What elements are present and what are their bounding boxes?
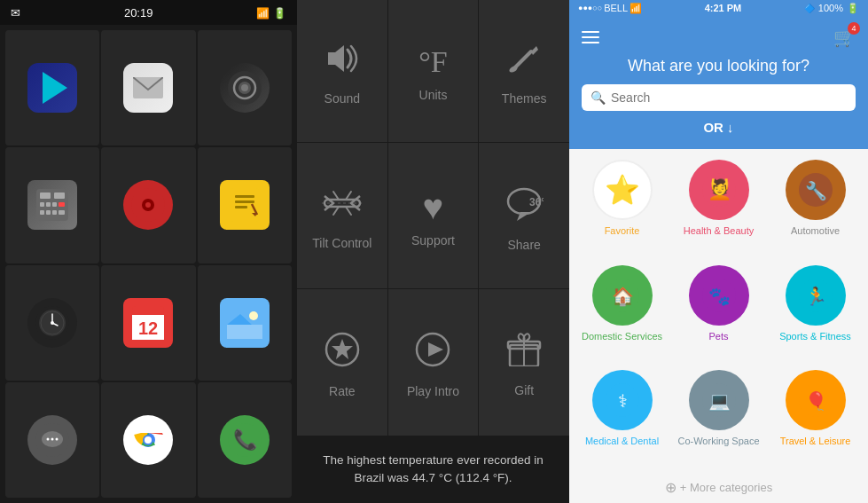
app-music[interactable] [101,147,195,263]
category-medical[interactable]: ⚕ Medical & Dental [578,370,666,467]
category-coworking[interactable]: 💻 Co-Working Space [675,370,762,467]
android-panel: ✉ 20:19 📶 🔋 [0,0,297,503]
category-health-beauty[interactable]: 💆 Health & Beauty [675,160,762,256]
app-notes[interactable] [198,147,292,263]
health-beauty-circle: 💆 [689,160,749,220]
camera-icon [220,63,270,113]
rate-icon [325,332,360,375]
svg-point-47 [145,436,152,444]
chrome-icon [123,415,173,465]
svg-rect-36 [227,325,262,339]
app-photos[interactable] [198,265,292,381]
search-header: 🛒 4 What are you looking for? 🔍 OR ↓ [569,16,868,149]
phone-icon: 📞 [220,415,270,465]
category-pets[interactable]: 🐾 Pets [675,265,762,362]
svg-text:📞: 📞 [232,428,257,452]
weather-share-item[interactable]: 36° Share [479,143,569,288]
svg-point-41 [47,437,50,440]
weather-play-intro-item[interactable]: Play Intro [388,289,479,435]
svg-marker-66 [428,342,443,357]
weather-gift-item[interactable]: Gift [479,289,569,435]
search-top-bar: 🛒 4 [582,27,856,48]
favorite-circle: ⭐ [592,160,653,220]
svg-rect-21 [235,200,254,203]
category-automotive[interactable]: 🔧 Automotive [771,160,859,256]
svg-text:⚕: ⚕ [617,391,627,411]
app-chrome[interactable] [101,382,195,498]
travel-circle: 🎈 [786,370,846,430]
app-play-store[interactable] [5,30,99,145]
medical-label: Medical & Dental [585,436,659,446]
messages-icon [27,415,77,465]
svg-text:36°: 36° [529,196,543,208]
svg-point-4 [241,84,248,91]
share-icon: 36° [504,185,543,229]
weather-fact-bar: The highest temperature ever recorded in… [297,436,569,504]
svg-text:🔧: 🔧 [804,180,826,201]
app-clock[interactable] [5,265,99,381]
search-input-container[interactable]: 🔍 [582,84,856,111]
music-icon [123,180,173,230]
svg-point-43 [56,437,59,440]
weather-units-item[interactable]: °F Units [388,0,479,142]
svg-rect-19 [231,188,259,222]
search-magnify-icon: 🔍 [590,90,606,105]
pets-label: Pets [708,331,728,342]
svg-marker-50 [328,45,344,72]
sports-circle: 🏃 [786,265,846,326]
support-label: Support [411,233,455,248]
app-phone[interactable]: 📞 [198,382,292,498]
play-intro-label: Play Intro [407,384,459,398]
bluetooth-icon: 🔷 [804,4,815,13]
app-calendar[interactable]: 12 [101,265,195,381]
app-messages[interactable] [5,382,99,498]
svg-line-57 [346,192,351,200]
battery-status-icon: 🔋 [273,7,286,20]
status-left-icons: ✉ [11,6,20,20]
weather-tilt-item[interactable]: Tilt Control [297,143,387,288]
themes-icon [508,43,540,83]
svg-point-42 [51,437,54,440]
ios-carrier: ●●●○○ BELL 📶 [578,3,642,14]
ios-right-status: 🔷 100% 🔋 [804,3,859,14]
weather-themes-item[interactable]: Themes [479,0,569,142]
or-label: OR ↓ [703,120,733,135]
hamburger-menu[interactable] [582,31,599,43]
photos-icon [220,298,270,348]
svg-rect-32 [132,306,164,315]
svg-line-51 [515,51,531,67]
svg-text:🐾: 🐾 [708,286,730,307]
search-input[interactable] [611,90,847,105]
weather-rate-item[interactable]: Rate [297,289,387,435]
domestic-circle: 🏠 [592,265,653,326]
weather-sound-item[interactable]: Sound [297,0,387,142]
play-intro-icon [415,332,450,375]
search-panel: ●●●○○ BELL 📶 4:21 PM 🔷 100% 🔋 🛒 4 What a… [569,0,868,503]
share-label: Share [507,238,540,252]
category-sports[interactable]: 🏃 Sports & Fitness [771,265,859,362]
svg-rect-10 [52,202,57,207]
category-favorite[interactable]: ⭐ Favorite [578,160,666,256]
gift-icon [506,333,542,374]
pets-circle: 🐾 [689,265,749,326]
svg-rect-11 [59,202,65,207]
more-categories-button[interactable]: ⊕ + More categories [569,472,868,503]
clock-icon [27,298,77,348]
weather-panel: Sound °F Units Themes [297,0,569,503]
weather-fact-text: The highest temperature ever recorded in… [315,452,551,488]
status-right-icons: 📶 🔋 [256,6,286,20]
svg-rect-12 [40,210,44,215]
gift-label: Gift [514,383,534,397]
app-camera[interactable] [198,30,292,145]
wifi-signal-icon: 📶 [256,7,270,20]
search-header-title: What are you looking for? [582,57,856,75]
category-travel[interactable]: 🎈 Travel & Leisure [771,370,859,467]
weather-support-item[interactable]: ♥ Support [388,143,479,288]
svg-rect-22 [235,206,247,208]
app-calculator[interactable] [5,147,99,263]
category-domestic[interactable]: 🏠 Domestic Services [578,265,666,362]
domestic-label: Domestic Services [582,331,662,342]
cart-button[interactable]: 🛒 4 [833,27,856,48]
app-mail[interactable] [101,30,195,145]
svg-rect-13 [46,210,51,215]
